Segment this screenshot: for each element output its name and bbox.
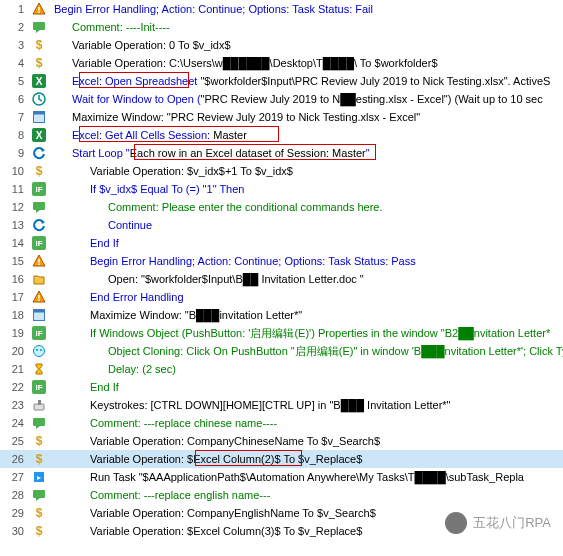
svg-point-26 [34, 346, 45, 357]
line-number: 26 [0, 453, 30, 465]
var-icon: $ [30, 506, 48, 520]
svg-text:$: $ [36, 56, 43, 70]
excel-icon: X [30, 128, 48, 142]
code-row[interactable]: 10$Variable Operation: $v_idx$+1 To $v_i… [0, 162, 563, 180]
command-text: Comment: ---replace chinese name---- [50, 417, 277, 429]
code-row[interactable]: 17End Error Handling [0, 288, 563, 306]
svg-rect-20 [38, 295, 40, 299]
svg-text:IF: IF [35, 383, 42, 392]
excel-icon: X [30, 74, 48, 88]
svg-rect-19 [38, 264, 40, 266]
code-row[interactable]: 28Comment: ---replace english name--- [0, 486, 563, 504]
command-text: Object Cloning: Click On PushButton "启用编… [50, 344, 563, 359]
code-row[interactable]: 5XExcel: Open Spreadsheet "$workfolder$I… [0, 72, 563, 90]
code-row[interactable]: 6Wait for Window to Open ("PRC Review Ju… [0, 90, 563, 108]
svg-rect-0 [38, 7, 40, 11]
command-text: Maximize Window: "B███invitation Letter*… [50, 309, 302, 321]
svg-text:$: $ [36, 506, 43, 520]
line-number: 22 [0, 381, 30, 393]
line-number: 23 [0, 399, 30, 411]
svg-rect-23 [34, 310, 45, 313]
line-number: 4 [0, 57, 30, 69]
line-number: 11 [0, 183, 30, 195]
code-row[interactable]: 23Keystrokes: [CTRL DOWN][HOME][CTRL UP]… [0, 396, 563, 414]
comment-icon [30, 200, 48, 214]
comment-icon [30, 416, 48, 430]
svg-text:$: $ [36, 524, 43, 538]
loop-icon [30, 218, 48, 232]
line-number: 2 [0, 21, 30, 33]
line-number: 1 [0, 3, 30, 15]
code-row[interactable]: 16Open: "$workfolder$Input\B██ Invitatio… [0, 270, 563, 288]
window-icon [30, 308, 48, 322]
line-number: 30 [0, 525, 30, 537]
line-number: 25 [0, 435, 30, 447]
line-number: 29 [0, 507, 30, 519]
code-row[interactable]: 27Run Task "$AAApplicationPath$\Automati… [0, 468, 563, 486]
command-text: End If [50, 381, 119, 393]
command-text: If $v_idx$ Equal To (=) "1" Then [50, 183, 244, 195]
line-number: 17 [0, 291, 30, 303]
command-text: Excel: Get All Cells Session: Master [50, 129, 247, 141]
code-row[interactable]: 1Begin Error Handling; Action: Continue;… [0, 0, 563, 18]
svg-rect-37 [33, 490, 45, 498]
command-text: Variable Operation: C:\Users\w██████\Des… [50, 57, 438, 69]
svg-text:X: X [36, 76, 43, 87]
watermark-logo-icon [445, 512, 467, 534]
code-row[interactable]: 24Comment: ---replace chinese name---- [0, 414, 563, 432]
svg-text:IF: IF [35, 239, 42, 248]
var-icon: $ [30, 452, 48, 466]
code-row[interactable]: 2Comment: ----Init---- [0, 18, 563, 36]
code-row[interactable]: 20Object Cloning: Click On PushButton "启… [0, 342, 563, 360]
svg-text:$: $ [36, 38, 43, 52]
line-number: 27 [0, 471, 30, 483]
open-icon [30, 272, 48, 286]
var-icon: $ [30, 524, 48, 538]
command-text: Variable Operation: $Excel Column(3)$ To… [50, 525, 362, 537]
command-text: Delay: (2 sec) [50, 363, 176, 375]
warn-icon [30, 290, 48, 304]
code-row[interactable]: 12Comment: Please enter the conditional … [0, 198, 563, 216]
code-row[interactable]: 13Continue [0, 216, 563, 234]
command-text: Variable Operation: CompanyEnglishName T… [50, 507, 376, 519]
code-row[interactable]: 7Maximize Window: "PRC Review July 2019 … [0, 108, 563, 126]
line-number: 12 [0, 201, 30, 213]
line-number: 6 [0, 93, 30, 105]
code-row[interactable]: 15Begin Error Handling; Action: Continue… [0, 252, 563, 270]
command-text: Variable Operation: $v_idx$+1 To $v_idx$ [50, 165, 293, 177]
command-text: End Error Handling [50, 291, 184, 303]
code-row[interactable]: 11IFIf $v_idx$ Equal To (=) "1" Then [0, 180, 563, 198]
code-row[interactable]: 9Start Loop "Each row in an Excel datase… [0, 144, 563, 162]
command-text: Continue [50, 219, 152, 231]
code-row[interactable]: 21Delay: (2 sec) [0, 360, 563, 378]
svg-text:$: $ [36, 434, 43, 448]
code-row[interactable]: 8XExcel: Get All Cells Session: Master [0, 126, 563, 144]
line-number: 14 [0, 237, 30, 249]
line-number: 13 [0, 219, 30, 231]
warn-icon [30, 2, 48, 16]
command-text: Open: "$workfolder$Input\B██ Invitation … [50, 273, 364, 285]
command-text: Run Task "$AAApplicationPath$\Automation… [50, 471, 524, 483]
loop-icon [30, 146, 48, 160]
svg-rect-1 [38, 12, 40, 14]
code-row[interactable]: 22IFEnd If [0, 378, 563, 396]
code-row[interactable]: 19IFIf Windows Object (PushButton: '启用编辑… [0, 324, 563, 342]
code-row[interactable]: 18Maximize Window: "B███invitation Lette… [0, 306, 563, 324]
line-number: 9 [0, 147, 30, 159]
code-row[interactable]: 4$Variable Operation: C:\Users\w██████\D… [0, 54, 563, 72]
code-row[interactable]: 25$Variable Operation: CompanyChineseNam… [0, 432, 563, 450]
code-row[interactable]: 14IFEnd If [0, 234, 563, 252]
code-list: 1Begin Error Handling; Action: Continue;… [0, 0, 563, 540]
task-icon [30, 470, 48, 484]
line-number: 21 [0, 363, 30, 375]
var-icon: $ [30, 164, 48, 178]
line-number: 16 [0, 273, 30, 285]
svg-text:X: X [36, 130, 43, 141]
svg-point-27 [36, 349, 38, 351]
code-row[interactable]: 26$Variable Operation: $Excel Column(2)$… [0, 450, 563, 468]
code-row[interactable]: 3$Variable Operation: 0 To $v_idx$ [0, 36, 563, 54]
if-icon: IF [30, 236, 48, 250]
clone-icon [30, 344, 48, 358]
command-text: Excel: Open Spreadsheet "$workfolder$Inp… [50, 75, 550, 87]
warn-icon [30, 254, 48, 268]
